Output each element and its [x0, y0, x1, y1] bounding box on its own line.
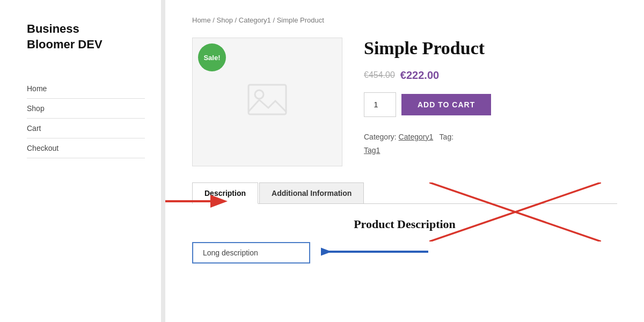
product-price: €454.00 €222.00 — [364, 69, 617, 82]
product-title: Simple Product — [364, 38, 617, 60]
tab-section-title: Product Description — [192, 217, 617, 231]
long-description-box: Long description — [192, 242, 310, 264]
product-image-placeholder — [246, 82, 289, 122]
tab-description[interactable]: Description — [192, 182, 258, 204]
quantity-input[interactable] — [364, 92, 396, 117]
site-title: Business Bloomer DEV — [27, 21, 145, 52]
product-image-container: Sale! — [192, 38, 342, 166]
blue-arrow-left — [321, 241, 428, 265]
tag-link[interactable]: Tag1 — [364, 146, 380, 155]
sidebar-item-shop[interactable]: Shop — [27, 99, 145, 118]
product-meta: Category: Category1 Tag: Tag1 — [364, 130, 617, 157]
main-content: Home / Shop / Category1 / Simple Product… — [165, 0, 644, 322]
add-to-cart-row: ADD TO CART — [364, 92, 617, 117]
svg-point-1 — [255, 90, 264, 99]
tab-additional-info[interactable]: Additional Information — [259, 182, 364, 203]
svg-rect-0 — [248, 85, 286, 114]
price-sale: €222.00 — [400, 69, 439, 82]
sidebar-divider — [161, 0, 165, 322]
product-area: Sale! Simple Product €454.00 €222.00 — [192, 38, 617, 166]
sale-badge: Sale! — [198, 43, 226, 71]
tag-label: Tag: — [440, 133, 453, 141]
sidebar-nav: Home Shop Cart Checkout — [27, 79, 145, 158]
sidebar-item-checkout[interactable]: Checkout — [27, 138, 145, 158]
sidebar: Business Bloomer DEV Home Shop Cart Chec… — [0, 0, 161, 322]
breadcrumb-home[interactable]: Home — [192, 16, 211, 24]
breadcrumb-shop[interactable]: Shop — [217, 16, 233, 24]
sidebar-item-home[interactable]: Home — [27, 79, 145, 98]
category-label: Category: — [364, 133, 397, 141]
price-original: €454.00 — [364, 70, 395, 80]
tabs-section: Description Additional Information Produ… — [192, 182, 617, 270]
tabs-header: Description Additional Information — [192, 182, 617, 204]
category-link[interactable]: Category1 — [399, 133, 434, 141]
breadcrumb: Home / Shop / Category1 / Simple Product — [192, 16, 617, 24]
breadcrumb-current: Simple Product — [277, 16, 324, 24]
product-details: Simple Product €454.00 €222.00 ADD TO CA… — [364, 38, 617, 166]
add-to-cart-button[interactable]: ADD TO CART — [401, 94, 491, 115]
sidebar-item-cart[interactable]: Cart — [27, 119, 145, 138]
tab-content: Product Description Long description — [192, 204, 617, 270]
breadcrumb-category[interactable]: Category1 — [239, 16, 271, 24]
